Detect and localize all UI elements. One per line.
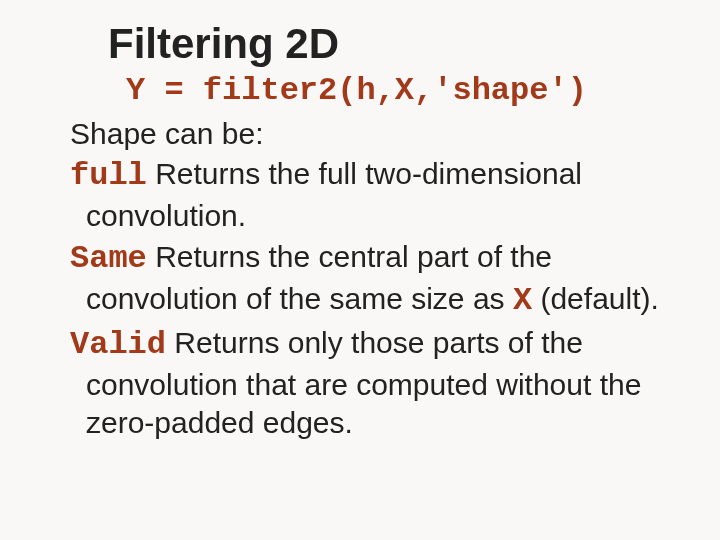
slide: Filtering 2D Y = filter2(h,X,'shape') Sh…	[0, 0, 720, 462]
valid-desc-1: Returns only those parts of the	[166, 326, 583, 359]
full-desc-1: Returns the full two-dimensional	[147, 157, 582, 190]
inline-x: X	[513, 282, 532, 319]
valid-desc-3: zero-padded edges.	[86, 404, 660, 442]
full-desc-2: convolution.	[86, 197, 660, 235]
keyword-valid: Valid	[70, 326, 166, 363]
same-desc-1: Returns the central part of the	[147, 240, 552, 273]
valid-desc-2: convolution that are computed without th…	[86, 366, 660, 404]
slide-title: Filtering 2D	[108, 20, 660, 68]
body-text: Shape can be: full Returns the full two-…	[70, 115, 660, 442]
code-expression: Y = filter2(h,X,'shape')	[126, 72, 660, 109]
same-desc-2: convolution of the same size as X (defau…	[86, 280, 660, 322]
entry-full: full Returns the full two-dimensional co…	[70, 155, 660, 235]
keyword-same: Same	[70, 240, 147, 277]
entry-same: Same Returns the central part of the con…	[70, 238, 660, 322]
shape-label: Shape can be:	[70, 115, 660, 153]
keyword-full: full	[70, 157, 147, 194]
entry-valid: Valid Returns only those parts of the co…	[70, 324, 660, 443]
